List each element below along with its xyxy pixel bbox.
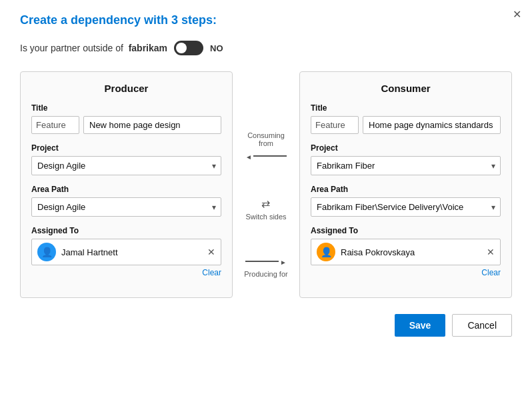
footer: Save Cancel	[20, 314, 512, 337]
producer-project-select[interactable]: Design Agile	[31, 156, 221, 175]
producer-assigned-group: Assigned To 👤 Jamal Hartnett ✕ Clear	[31, 226, 221, 277]
producing-for-arrow	[245, 255, 287, 267]
producer-project-wrapper: Design Agile	[31, 156, 221, 175]
arrow-body	[253, 155, 287, 157]
producer-title-type: Feature	[31, 116, 79, 134]
close-button[interactable]: ✕	[513, 9, 521, 20]
arrow-right-icon	[280, 255, 287, 267]
producer-panel-title: Producer	[31, 83, 221, 94]
producer-project-label: Project	[31, 143, 221, 153]
consumer-area-label: Area Path	[311, 185, 501, 194]
producer-title-label: Title	[31, 103, 221, 113]
switch-sides-group[interactable]: ⇄ Switch sides	[245, 197, 286, 221]
outside-partner-toggle[interactable]	[174, 41, 203, 55]
consumer-assigned-group: Assigned To 👤 Raisa Pokrovskaya ✕ Clear	[311, 226, 501, 277]
producer-title-group: Title Feature New home page design	[31, 103, 221, 134]
consumer-title-type: Feature	[311, 116, 359, 134]
producer-assigned-name: Jamal Hartnett	[61, 247, 202, 257]
dialog-title: Create a dependency with 3 steps:	[20, 13, 512, 27]
consumer-title-value[interactable]: Home page dynamics standards	[363, 116, 501, 134]
producer-assigned-clear-btn[interactable]: ✕	[207, 247, 215, 257]
consumer-area-wrapper: Fabrikam Fiber\Service Delivery\Voice	[311, 197, 501, 217]
consumer-project-wrapper: Fabrikam Fiber	[311, 156, 501, 175]
producer-assigned-field: 👤 Jamal Hartnett ✕	[31, 239, 221, 265]
consumer-title-label: Title	[311, 103, 501, 113]
consumer-project-label: Project	[311, 143, 501, 153]
consumer-assigned-clear-btn[interactable]: ✕	[487, 247, 495, 257]
consumer-project-group: Project Fabrikam Fiber	[311, 143, 501, 175]
producing-for-label: Producing for	[244, 270, 287, 278]
producer-area-select[interactable]: Design Agile	[31, 197, 221, 217]
consumer-assigned-name: Raisa Pokrovskaya	[341, 247, 481, 257]
producer-title-value[interactable]: New home page design	[83, 116, 221, 134]
consumer-assigned-field: 👤 Raisa Pokrovskaya ✕	[311, 239, 501, 265]
switch-icon: ⇄	[261, 197, 270, 210]
producer-area-label: Area Path	[31, 185, 221, 194]
consumer-title-group: Title Feature Home page dynamics standar…	[311, 103, 501, 134]
consumer-area-group: Area Path Fabrikam Fiber\Service Deliver…	[311, 185, 501, 217]
producing-for-section: Producing for	[244, 255, 287, 278]
partner-label: Is your partner outside of fabrikam	[20, 43, 167, 53]
producer-panel: Producer Title Feature New home page des…	[20, 71, 233, 298]
switch-sides-label: Switch sides	[245, 213, 286, 221]
columns-wrapper: Producer Title Feature New home page des…	[20, 71, 512, 298]
producing-arrow-body	[245, 261, 279, 262]
producer-project-group: Project Design Agile	[31, 143, 221, 175]
producer-clear-link[interactable]: Clear	[31, 268, 221, 277]
save-button[interactable]: Save	[395, 314, 446, 337]
producer-area-wrapper: Design Agile	[31, 197, 221, 217]
producer-avatar: 👤	[37, 243, 56, 261]
consumer-avatar: 👤	[317, 243, 335, 261]
consuming-from-arrow	[245, 150, 287, 162]
consuming-from-section: Consuming from	[239, 131, 293, 162]
consumer-project-select[interactable]: Fabrikam Fiber	[311, 156, 501, 175]
consumer-panel-title: Consumer	[311, 83, 501, 94]
consuming-from-label: Consuming from	[239, 131, 293, 147]
consumer-assigned-label: Assigned To	[311, 226, 501, 235]
dialog: ✕ Create a dependency with 3 steps: Is y…	[0, 0, 532, 408]
cancel-button[interactable]: Cancel	[452, 314, 512, 337]
partner-row: Is your partner outside of fabrikam NO	[20, 41, 512, 55]
middle-column: Consuming from ⇄ Switch sides Producing …	[233, 71, 299, 298]
consumer-clear-link[interactable]: Clear	[311, 268, 501, 277]
toggle-label: NO	[210, 43, 223, 53]
producer-area-group: Area Path Design Agile	[31, 185, 221, 217]
consumer-panel: Consumer Title Feature Home page dynamic…	[299, 71, 512, 298]
producer-assigned-label: Assigned To	[31, 226, 221, 235]
arrow-left-icon	[245, 150, 252, 162]
consumer-area-select[interactable]: Fabrikam Fiber\Service Delivery\Voice	[311, 197, 501, 217]
